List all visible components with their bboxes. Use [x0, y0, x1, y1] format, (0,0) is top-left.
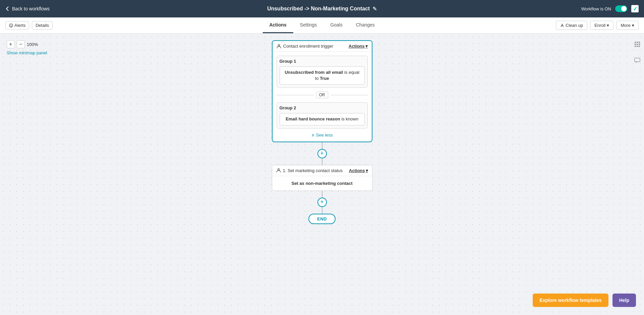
zoom-controls: + − 100% — [7, 40, 38, 48]
svg-rect-6 — [635, 42, 636, 43]
chevron-up-icon: ∧ — [311, 133, 315, 138]
condition1-bold: Unsubscribed from all email — [285, 70, 343, 75]
connector-2 — [322, 158, 323, 165]
details-button[interactable]: Details — [32, 21, 53, 30]
tab-settings[interactable]: Settings — [293, 17, 324, 33]
alerts-label: Alerts — [14, 23, 25, 28]
zoom-in-button[interactable]: + — [7, 40, 15, 48]
navbar: Back to workflows Unsubscribed -> Non-Ma… — [0, 0, 644, 17]
svg-point-5 — [278, 169, 279, 170]
svg-rect-8 — [639, 42, 640, 43]
person-icon-2 — [276, 168, 281, 173]
person-icon — [277, 44, 281, 49]
cleanup-label: Clean up — [566, 23, 583, 28]
explore-templates-button[interactable]: Explore workflow templates — [533, 294, 608, 307]
group2-box: Group 2 Email hard bounce reason is know… — [277, 102, 368, 128]
or-divider: OR — [277, 92, 368, 98]
workflow-title-text: Unsubscribed -> Non-Marketing Contact — [267, 6, 370, 12]
right-sidebar — [631, 34, 644, 315]
enroll-button[interactable]: Enroll ▾ — [590, 21, 613, 30]
group1-box: Group 1 Unsubscribed from all email is e… — [277, 56, 368, 88]
help-button[interactable]: Help — [612, 294, 636, 307]
svg-point-4 — [278, 44, 280, 46]
action-card-header: 1. Set marketing contact status Actions … — [272, 165, 372, 176]
tab-actions-label: Actions — [269, 22, 286, 28]
tabs: Actions Settings Goals Changes — [262, 17, 382, 33]
tab-settings-label: Settings — [300, 22, 317, 28]
help-label: Help — [619, 298, 629, 303]
condition1-value: True — [320, 76, 329, 81]
show-minimap-button[interactable]: Show minimap panel — [7, 50, 47, 55]
see-less-button[interactable]: ∧ See less — [277, 133, 368, 138]
action-content: Set as non-marketing contact — [272, 176, 372, 191]
action-actions-chevron: ▾ — [366, 168, 368, 173]
group2-label: Group 2 — [280, 105, 365, 110]
navbar-right: Workflow is ON ✓ — [581, 5, 639, 12]
trigger-actions-chevron: ▾ — [365, 44, 368, 49]
end-label: END — [317, 216, 327, 221]
svg-rect-10 — [637, 44, 638, 45]
chat-icon[interactable] — [632, 55, 643, 66]
bottom-right-buttons: Explore workflow templates Help — [533, 294, 636, 307]
save-checkmark-icon[interactable]: ✓ — [631, 5, 639, 12]
add-action-button-2[interactable]: + — [317, 198, 327, 207]
svg-rect-7 — [637, 42, 638, 43]
tab-goals-label: Goals — [330, 22, 343, 28]
workflow-canvas: + − 100% Show minimap panel Contact enro… — [0, 34, 644, 315]
subheader-right: Clean up Enroll ▾ More ▾ — [550, 17, 644, 33]
svg-rect-9 — [635, 44, 636, 45]
action-actions-button[interactable]: Actions ▾ — [349, 168, 368, 173]
trigger-actions-button[interactable]: Actions ▾ — [349, 44, 368, 49]
back-to-workflows-button[interactable]: Back to workflows — [5, 6, 50, 11]
action-header-left: 1. Set marketing contact status — [276, 168, 343, 173]
tab-goals[interactable]: Goals — [324, 17, 349, 33]
add-action-button-1[interactable]: + — [317, 149, 327, 158]
alerts-button[interactable]: Alerts — [5, 21, 29, 30]
condition2-box: Email hard bounce reason is known — [280, 113, 365, 125]
condition2-text: is known — [340, 116, 358, 121]
chat-svg — [634, 57, 640, 63]
explore-templates-label: Explore workflow templates — [539, 298, 601, 303]
svg-point-2 — [11, 26, 11, 27]
workflow-status-label: Workflow is ON — [581, 6, 611, 11]
subheader: Alerts Details Actions Settings Goals Ch… — [0, 17, 644, 34]
or-badge: OR — [316, 92, 328, 98]
see-less-label: See less — [316, 133, 333, 138]
workflow-toggle[interactable] — [615, 5, 627, 12]
condition2-bold: Email hard bounce reason — [286, 116, 340, 121]
grid-icon[interactable] — [632, 39, 643, 50]
workflow-title: Unsubscribed -> Non-Marketing Contact ✎ — [267, 6, 377, 12]
svg-rect-11 — [639, 44, 640, 45]
svg-rect-12 — [635, 46, 636, 47]
back-label: Back to workflows — [12, 6, 50, 11]
svg-rect-13 — [637, 46, 638, 47]
tab-actions[interactable]: Actions — [262, 17, 293, 33]
end-node[interactable]: END — [308, 214, 336, 224]
edit-title-icon[interactable]: ✎ — [372, 6, 377, 12]
trigger-card: Contact enrollment trigger Actions ▾ Gro… — [272, 40, 372, 142]
cleanup-button[interactable]: Clean up — [556, 21, 587, 30]
workflow-diagram: Contact enrollment trigger Actions ▾ Gro… — [272, 40, 372, 224]
more-label: More — [621, 23, 631, 28]
more-button[interactable]: More ▾ — [616, 21, 639, 30]
action-card: 1. Set marketing contact status Actions … — [272, 165, 372, 191]
svg-rect-15 — [635, 58, 640, 62]
subheader-left: Alerts Details — [0, 17, 58, 33]
trigger-header-label: Contact enrollment trigger — [283, 44, 334, 49]
zoom-level-label: 100% — [27, 42, 38, 47]
enroll-chevron-icon: ▾ — [607, 23, 609, 28]
trigger-card-body: Group 1 Unsubscribed from all email is e… — [273, 52, 372, 142]
condition1-box: Unsubscribed from all email is equal to … — [280, 66, 365, 85]
action-content-label: Set as non-marketing contact — [291, 181, 352, 186]
connector-4 — [322, 207, 323, 214]
details-label: Details — [36, 23, 49, 28]
connector-1 — [322, 142, 323, 149]
trigger-card-header: Contact enrollment trigger Actions ▾ — [273, 41, 372, 52]
connector-3 — [322, 191, 323, 198]
tab-changes[interactable]: Changes — [349, 17, 382, 33]
zoom-out-button[interactable]: − — [17, 40, 25, 48]
action-header-label: 1. Set marketing contact status — [283, 168, 343, 173]
grid-svg — [634, 41, 640, 47]
trigger-header-left: Contact enrollment trigger — [277, 44, 334, 49]
tab-changes-label: Changes — [356, 22, 375, 28]
